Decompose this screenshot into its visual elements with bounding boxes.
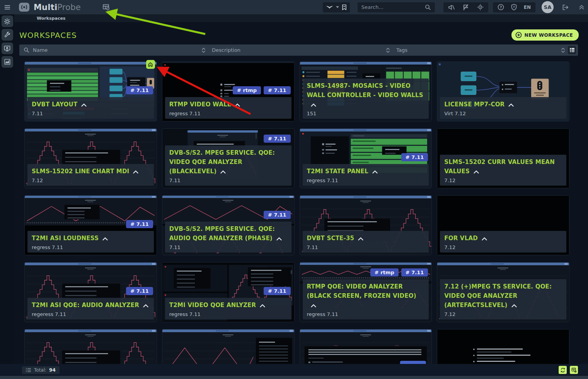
- workspace-card[interactable]: DVBT SCTE-35 7.11: [300, 195, 432, 255]
- sound-muted-icon[interactable]: [448, 4, 455, 10]
- list-view-toggle-icon[interactable]: [568, 46, 576, 54]
- collapse-chevron-icon[interactable]: [276, 234, 282, 243]
- privacy-shield-icon[interactable]: ?: [511, 4, 517, 10]
- workspace-card[interactable]: # 7.11 T2MI ASI LOUDNESS regress 7.11: [24, 195, 157, 255]
- status-icon-group: [443, 2, 488, 12]
- workspace-card[interactable]: [300, 329, 432, 364]
- new-workspace-button[interactable]: NEW WORKSPACE: [511, 29, 579, 41]
- workspace-card[interactable]: # 7.11 DVB-S/S2. MPEG SERVICE. QOE: AUDI…: [162, 195, 295, 255]
- collapse-chevron-icon[interactable]: [260, 301, 265, 310]
- workspace-card[interactable]: # rtmp# 7.11 RTMP VIDEO WALL regress 7.1…: [162, 61, 295, 121]
- logout-icon[interactable]: [562, 4, 569, 11]
- collapse-chevron-icon[interactable]: [143, 301, 148, 310]
- workspace-card[interactable]: # 7.11 T2MI STATE PANEL regress 7.11: [300, 128, 432, 188]
- collapse-up-icon[interactable]: [579, 4, 585, 10]
- monitor-probe-icon[interactable]: [2, 43, 13, 54]
- card-title: T2MI STATE PANEL: [307, 168, 368, 175]
- tag-badge[interactable]: # rtmp: [233, 86, 261, 94]
- workspace-card[interactable]: # 7.11 DVBT LAYOUT 7.11: [24, 61, 157, 121]
- collapse-chevron-icon[interactable]: [102, 234, 108, 243]
- plus-circle-icon: [515, 32, 522, 38]
- card-subtitle: regress 7.11: [307, 311, 425, 317]
- workspace-card[interactable]: [437, 329, 569, 364]
- collapse-chevron-icon[interactable]: [372, 167, 378, 176]
- tag-badge[interactable]: # 7.11: [126, 220, 153, 228]
- collapse-chevron-icon[interactable]: [311, 301, 316, 310]
- workspace-card[interactable]: LICENSE MP7-COR Virt 7.12: [437, 61, 569, 121]
- tag-badge[interactable]: # 7.11: [264, 287, 291, 295]
- card-info-strip: DVB-S/S2. MPEG SERVICE. QOE: AUDIO QOE A…: [165, 222, 291, 253]
- quick-access-control[interactable]: [323, 2, 350, 12]
- table-settings-icon[interactable]: [570, 366, 578, 374]
- card-subtitle: 7.12: [444, 311, 562, 317]
- card-title: DVBT SCTE-35: [307, 235, 355, 242]
- collapse-chevron-icon[interactable]: [482, 234, 487, 243]
- tag-badge[interactable]: # 7.11: [264, 86, 291, 94]
- sort-tags-toggle[interactable]: [559, 48, 566, 53]
- bookmark-icon[interactable]: [342, 4, 347, 10]
- svg-text:?: ?: [513, 5, 515, 9]
- workspaces-grid-icon[interactable]: [101, 2, 112, 13]
- refresh-icon[interactable]: [559, 366, 567, 374]
- workspace-card[interactable]: # 7.11 DVB-S/S2. MPEG SERVICE. QOE: VIDE…: [162, 128, 295, 188]
- workspace-card[interactable]: FOR VLAD 7.12: [437, 195, 569, 255]
- card-badges: # 7.11: [300, 153, 428, 161]
- tag-badge[interactable]: # 7.11: [264, 211, 291, 219]
- collapse-chevron-icon[interactable]: [508, 100, 514, 109]
- collapse-chevron-icon[interactable]: [358, 234, 363, 243]
- workspace-card[interactable]: # rtmp# 7.11 RTMP QOE: VIDEO ANALYZER (B…: [300, 262, 432, 322]
- card-badges: # 7.11: [24, 86, 153, 94]
- card-badges: # 7.11: [162, 135, 291, 143]
- collapse-chevron-icon[interactable]: [220, 167, 226, 176]
- tag-badge[interactable]: # 7.11: [401, 268, 428, 277]
- card-info-strip: SLMS-15202 CURR VALUES MEAN VALUES 7.12: [440, 155, 566, 186]
- footer-bar: Total:94: [0, 364, 588, 376]
- total-count: Total:94: [22, 366, 60, 374]
- language-selector[interactable]: EN: [524, 5, 531, 10]
- avatar[interactable]: SA: [542, 1, 554, 13]
- filter-name-input[interactable]: [33, 47, 191, 53]
- search-icon[interactable]: [425, 4, 431, 10]
- tab-workspaces[interactable]: Workspaces: [37, 16, 65, 21]
- filter-tags-input[interactable]: [396, 47, 543, 53]
- collapse-chevron-icon[interactable]: [235, 100, 240, 109]
- collapse-chevron-icon[interactable]: [511, 301, 517, 310]
- tag-badge[interactable]: # 7.11: [126, 86, 153, 94]
- settings-gear-icon[interactable]: [2, 15, 13, 27]
- tools-wrench-icon[interactable]: [2, 29, 13, 41]
- workspace-card[interactable]: SLMS-14987- MOSAICS - VIDEO WALL CONTROL…: [300, 61, 432, 121]
- workspace-card[interactable]: # 7.11 T2MI VIDEO QOE ANLYZER regress 7.…: [162, 262, 295, 322]
- collapse-chevron-icon[interactable]: [474, 167, 479, 176]
- help-icon[interactable]: ?: [498, 4, 504, 10]
- filter-description-input[interactable]: [212, 47, 367, 53]
- tag-badge[interactable]: # 7.11: [126, 287, 153, 295]
- collapse-chevron-icon[interactable]: [81, 100, 87, 109]
- card-subtitle: 151: [307, 111, 425, 116]
- card-title: T2MI VIDEO QOE ANLYZER: [169, 302, 256, 309]
- workspace-card[interactable]: [162, 329, 295, 364]
- card-subtitle: regress 7.11: [307, 178, 425, 183]
- sort-description-toggle[interactable]: [384, 48, 391, 53]
- analytics-chart-icon[interactable]: [2, 56, 13, 68]
- card-info-strip: SLMS-14987- MOSAICS - VIDEO WALL CONTROL…: [303, 79, 429, 119]
- search-input[interactable]: [361, 4, 419, 10]
- card-subtitle: 7.11: [169, 244, 287, 250]
- tab-strip: Workspaces: [14, 14, 588, 22]
- tag-badge[interactable]: # 7.11: [264, 135, 291, 143]
- tag-badge[interactable]: # 7.11: [401, 153, 428, 161]
- card-title: SLMS-15202 CURR VALUES MEAN VALUES: [444, 159, 555, 175]
- workspace-card[interactable]: 7.12 (+)MPEG TS SERVICE. QOE: VIDEO QOE …: [437, 262, 569, 322]
- tag-badge[interactable]: # rtmp: [370, 268, 399, 277]
- sort-name-toggle[interactable]: [200, 48, 207, 53]
- menu-icon[interactable]: [0, 0, 14, 14]
- card-title: DVB-S/S2. MPEG SERVICE. QOE: AUDIO QOE A…: [169, 225, 275, 242]
- collapse-chevron-icon[interactable]: [133, 167, 138, 176]
- notifications-off-icon[interactable]: [463, 4, 469, 10]
- workspace-card[interactable]: [24, 329, 157, 364]
- workspace-card[interactable]: # 7.11 T2MI ASI QOE: AUDIO ANALYZER rege…: [24, 262, 157, 322]
- workspace-card[interactable]: SLMS-15202 CURR VALUES MEAN VALUES 7.12: [437, 128, 569, 188]
- bottom-scroll-strip[interactable]: [0, 376, 588, 379]
- brightness-icon[interactable]: [477, 4, 484, 10]
- collapse-chevron-icon[interactable]: [311, 100, 316, 109]
- workspace-card[interactable]: SLMS-15202 LINE CHART MDI 7.12: [24, 128, 157, 188]
